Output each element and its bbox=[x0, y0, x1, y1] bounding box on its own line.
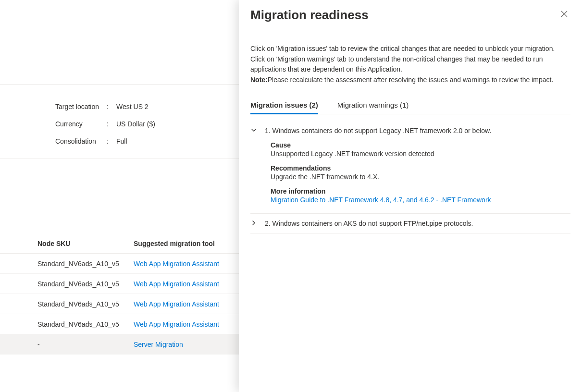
more-info-link[interactable]: Migration Guide to .NET Framework 4.8, 4… bbox=[271, 196, 491, 204]
summary-row-target-location: Target location : West US 2 bbox=[55, 98, 239, 115]
panel-description: Click on 'Migration issues' tab to revie… bbox=[250, 44, 570, 86]
background-page: Target location : West US 2 Currency : U… bbox=[0, 0, 239, 392]
issue-title: 2. Windows containers on AKS do not supp… bbox=[265, 220, 473, 227]
table-row[interactable]: Standard_NV6ads_A10_v5 Web App Migration… bbox=[0, 294, 239, 314]
cell-tool-link[interactable]: Web App Migration Assistant bbox=[134, 300, 219, 308]
cell-tool-link[interactable]: Web App Migration Assistant bbox=[134, 260, 219, 268]
recommendations-text: Upgrade the .NET framework to 4.X. bbox=[271, 173, 570, 181]
summary-value: West US 2 bbox=[116, 103, 149, 110]
summary-value: US Dollar ($) bbox=[116, 120, 155, 128]
summary-value: Full bbox=[116, 137, 127, 145]
table-row[interactable]: Standard_NV6ads_A10_v5 Web App Migration… bbox=[0, 254, 239, 274]
cell-sku: Standard_NV6ads_A10_v5 bbox=[0, 300, 134, 308]
table-row[interactable]: Standard_NV6ads_A10_v5 Web App Migration… bbox=[0, 314, 239, 334]
cause-heading: Cause bbox=[271, 141, 570, 149]
migration-readiness-panel: Migration readiness Click on 'Migration … bbox=[239, 0, 582, 392]
summary-label: Target location bbox=[55, 103, 107, 110]
sku-table: Node SKU Suggested migration tool Standa… bbox=[0, 233, 239, 355]
summary-label: Currency bbox=[55, 120, 107, 128]
cell-sku: Standard_NV6ads_A10_v5 bbox=[0, 320, 134, 328]
issue-toggle[interactable]: 1. Windows containers do not support Leg… bbox=[250, 127, 570, 135]
col-header-tool[interactable]: Suggested migration tool bbox=[134, 240, 215, 247]
note-label: Note: bbox=[250, 76, 268, 84]
table-header: Node SKU Suggested migration tool bbox=[0, 233, 239, 254]
tab-migration-warnings[interactable]: Migration warnings (1) bbox=[337, 97, 409, 114]
summary-separator: : bbox=[107, 137, 116, 145]
cell-sku: Standard_NV6ads_A10_v5 bbox=[0, 260, 134, 268]
chevron-right-icon bbox=[250, 220, 258, 227]
panel-title: Migration readiness bbox=[250, 8, 369, 23]
issue-item: 1. Windows containers do not support Leg… bbox=[250, 121, 570, 214]
summary-separator: : bbox=[107, 103, 116, 110]
table-row[interactable]: Standard_NV6ads_A10_v5 Web App Migration… bbox=[0, 274, 239, 294]
cell-sku: - bbox=[0, 341, 134, 348]
issue-item: 2. Windows containers on AKS do not supp… bbox=[250, 214, 570, 233]
close-button[interactable] bbox=[558, 8, 570, 20]
issue-title: 1. Windows containers do not support Leg… bbox=[265, 127, 491, 135]
assessment-summary: Target location : West US 2 Currency : U… bbox=[0, 85, 239, 159]
close-icon bbox=[561, 11, 568, 17]
recommendations-heading: Recommendations bbox=[271, 164, 570, 172]
chevron-down-icon bbox=[250, 127, 258, 135]
description-text: Click on 'Migration issues' tab to revie… bbox=[250, 45, 555, 73]
table-row[interactable]: - Server Migration bbox=[0, 334, 239, 355]
summary-row-currency: Currency : US Dollar ($) bbox=[55, 115, 239, 133]
issue-toggle[interactable]: 2. Windows containers on AKS do not supp… bbox=[250, 220, 570, 227]
cell-tool-link[interactable]: Web App Migration Assistant bbox=[134, 280, 219, 288]
issue-body: Cause Unsupported Legacy .NET framework … bbox=[250, 135, 570, 208]
more-info-heading: More information bbox=[271, 187, 570, 195]
panel-header: Migration readiness bbox=[250, 8, 570, 23]
col-header-sku[interactable]: Node SKU bbox=[0, 240, 134, 247]
tab-migration-issues[interactable]: Migration issues (2) bbox=[250, 97, 318, 114]
top-whitespace bbox=[0, 0, 239, 85]
summary-label: Consolidation bbox=[55, 137, 107, 145]
cell-sku: Standard_NV6ads_A10_v5 bbox=[0, 280, 134, 288]
summary-row-consolidation: Consolidation : Full bbox=[55, 133, 239, 150]
summary-separator: : bbox=[107, 120, 116, 128]
tab-bar: Migration issues (2) Migration warnings … bbox=[250, 97, 570, 114]
cell-tool-link[interactable]: Web App Migration Assistant bbox=[134, 320, 219, 328]
cause-text: Unsupported Legacy .NET framework versio… bbox=[271, 150, 570, 158]
note-text: Please recalculate the assessment after … bbox=[268, 76, 554, 84]
cell-tool-link[interactable]: Server Migration bbox=[134, 341, 183, 348]
